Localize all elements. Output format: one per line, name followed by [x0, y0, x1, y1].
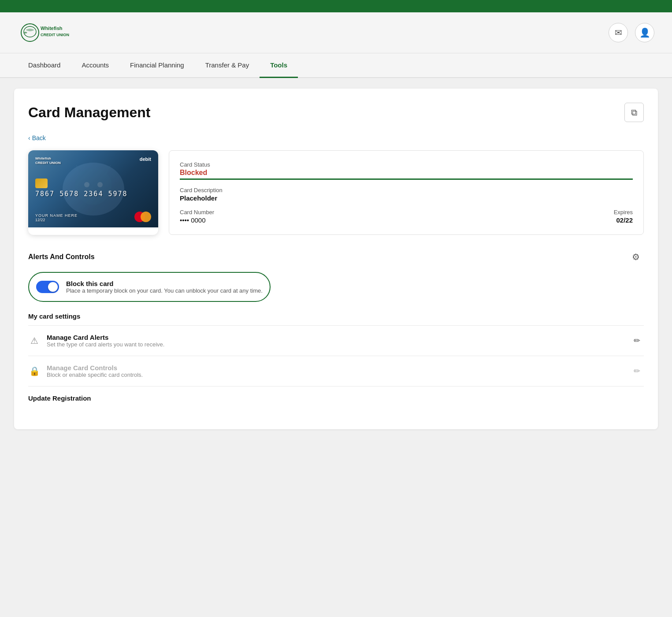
card-type-label: debit	[140, 156, 151, 162]
card-expiry-small: 12/22	[35, 218, 78, 222]
card-status-label: Card Status	[180, 161, 633, 168]
header-icons: ✉ 👤	[609, 23, 654, 42]
card-section: Whitefish CREDIT UNION debit 7867 5678 2…	[28, 150, 644, 235]
lock-icon: 🔒	[28, 365, 41, 377]
main-content: Card Management ⧉ ‹ Back	[0, 78, 672, 440]
mail-icon: ✉	[615, 27, 622, 38]
card-visual: Whitefish CREDIT UNION debit 7867 5678 2…	[28, 150, 158, 227]
card-number-label: Card Number	[180, 209, 214, 216]
manage-controls-item: 🔒 Manage Card Controls Block or enable s…	[28, 356, 644, 386]
card-info-panel: Card Status Blocked Card Description Pla…	[169, 150, 644, 235]
content-card: Card Management ⧉ ‹ Back	[14, 89, 658, 429]
card-description-value: Placeholder	[180, 194, 633, 202]
status-underline	[180, 178, 633, 180]
card-bank-name: Whitefish CREDIT UNION	[35, 156, 61, 165]
card-number-left: Card Number •••• 0000	[180, 209, 214, 224]
top-bar	[0, 0, 672, 12]
gear-icon: ⚙	[632, 252, 640, 262]
chevron-left-icon: ‹	[28, 134, 30, 141]
manage-alerts-item: ⚠ Manage Card Alerts Set the type of car…	[28, 325, 644, 356]
logo-area: Whitefish CREDIT UNION	[18, 19, 88, 46]
block-card-description: Place a temporary block on your card. Yo…	[66, 287, 263, 294]
user-button[interactable]: 👤	[635, 23, 654, 42]
main-nav: Dashboard Accounts Financial Planning Tr…	[0, 53, 672, 78]
nav-item-financial-planning[interactable]: Financial Planning	[119, 53, 195, 78]
manage-alerts-label: Manage Card Alerts	[47, 334, 164, 341]
card-holder-name: YOUR NAME HERE	[35, 213, 78, 218]
nav-item-tools[interactable]: Tools	[260, 53, 298, 78]
update-registration-item: Update Registration	[28, 386, 644, 415]
block-card-toggle[interactable]	[36, 281, 59, 293]
card-number-masked: •••• 0000	[180, 216, 214, 224]
alerts-section-header: Alerts And Controls ⚙	[28, 249, 644, 265]
manage-alerts-text: Manage Card Alerts Set the type of card …	[47, 334, 164, 348]
nav-item-transfer-pay[interactable]: Transfer & Pay	[195, 53, 260, 78]
page-title: Card Management	[28, 104, 150, 121]
card-number-section: Card Number •••• 0000 Expires 02/22	[180, 209, 633, 224]
logo: Whitefish CREDIT UNION	[18, 19, 88, 46]
svg-text:Whitefish: Whitefish	[41, 26, 63, 31]
back-link[interactable]: ‹ Back	[28, 134, 644, 141]
block-card-text: Block this card Place a temporary block …	[66, 280, 263, 294]
my-card-settings: My card settings ⚠ Manage Card Alerts Se…	[28, 312, 644, 386]
user-icon: 👤	[639, 27, 650, 38]
update-registration-left: Update Registration	[28, 394, 91, 407]
manage-controls-left: 🔒 Manage Card Controls Block or enable s…	[28, 364, 143, 378]
manage-alerts-edit-button[interactable]: ✏	[630, 334, 644, 348]
manage-alerts-description: Set the type of card alerts you want to …	[47, 341, 164, 348]
alerts-section-title: Alerts And Controls	[28, 253, 95, 261]
card-description-section: Card Description Placeholder	[180, 187, 633, 202]
alert-icon: ⚠	[28, 335, 41, 347]
card-expires-col: Expires 02/22	[614, 209, 633, 224]
expires-label: Expires	[614, 209, 633, 216]
card-description-label: Card Description	[180, 187, 633, 193]
mail-button[interactable]: ✉	[609, 23, 628, 42]
gear-button[interactable]: ⚙	[628, 249, 644, 265]
alerts-section: Alerts And Controls ⚙ Block this card Pl…	[28, 249, 644, 415]
update-registration-title: Update Registration	[28, 394, 91, 402]
manage-controls-description: Block or enable specific card controls.	[47, 372, 143, 378]
manage-controls-label: Manage Card Controls	[47, 364, 143, 372]
card-chip	[35, 178, 48, 188]
card-image-container: Whitefish CREDIT UNION debit 7867 5678 2…	[28, 150, 158, 235]
manage-controls-text: Manage Card Controls Block or enable spe…	[47, 364, 143, 378]
expires-value: 02/22	[614, 216, 633, 224]
svg-text:CREDIT UNION: CREDIT UNION	[41, 33, 69, 37]
svg-point-1	[24, 26, 36, 37]
block-card-label: Block this card	[66, 280, 263, 287]
card-status-value: Blocked	[180, 169, 633, 177]
card-number-visual: 7867 5678 2364 5978	[35, 190, 151, 198]
mastercard-logo	[134, 212, 151, 222]
nav-item-dashboard[interactable]: Dashboard	[18, 53, 71, 78]
toggle-track[interactable]	[36, 281, 59, 293]
card-status-section: Card Status Blocked	[180, 161, 633, 180]
toggle-thumb	[48, 282, 58, 292]
manage-controls-edit-button[interactable]: ✏	[630, 364, 644, 378]
copy-icon: ⧉	[631, 108, 637, 118]
block-card-row[interactable]: Block this card Place a temporary block …	[28, 272, 271, 302]
copy-button[interactable]: ⧉	[624, 103, 644, 122]
my-card-settings-title: My card settings	[28, 312, 644, 320]
page-title-row: Card Management ⧉	[28, 103, 644, 122]
manage-alerts-left: ⚠ Manage Card Alerts Set the type of car…	[28, 334, 164, 348]
header: Whitefish CREDIT UNION ✉ 👤	[0, 12, 672, 53]
nav-item-accounts[interactable]: Accounts	[71, 53, 119, 78]
back-label: Back	[32, 134, 46, 141]
